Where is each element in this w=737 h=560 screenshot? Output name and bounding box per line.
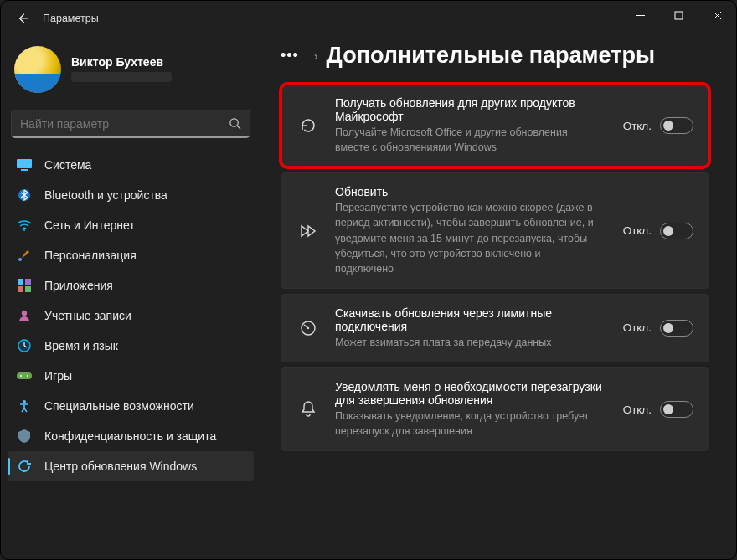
sidebar-item-privacy[interactable]: Конфиденциальность и защита [8,421,254,451]
sidebar-item-label: Учетные записи [44,309,131,322]
chevron-right-icon: › [314,49,318,63]
card-title: Обновить [335,185,608,198]
card-title: Получать обновления для других продуктов… [335,96,608,123]
svg-point-11 [22,311,27,316]
breadcrumb: ••• › Дополнительные параметры [281,43,709,69]
svg-rect-0 [675,12,683,19]
arrow-left-icon [17,13,28,24]
minimize-button[interactable] [621,1,659,29]
sidebar-item-label: Время и язык [44,339,118,352]
sidebar-item-label: Приложения [44,279,113,292]
sidebar-item-label: Игры [44,369,72,383]
toggle-switch[interactable] [660,223,693,239]
sidebar-item-personalization[interactable]: Персонализация [8,240,254,270]
card-desc: Получайте Microsoft Office и другие обно… [335,125,595,155]
svg-point-6 [18,258,22,261]
svg-rect-7 [18,279,23,285]
sidebar-item-label: Центр обновления Windows [44,460,197,473]
window-title: Параметры [43,13,99,24]
svg-rect-10 [25,286,31,292]
brush-icon [16,247,33,264]
sidebar-item-label: Система [44,158,91,172]
setting-card-restart-asap[interactable]: Обновить Перезапустите устройство как мо… [281,172,709,289]
setting-card-restart-notify[interactable]: Уведомлять меня о необходимости перезагр… [281,367,709,451]
card-desc: Показывать уведомление, когда устройство… [335,408,595,439]
sidebar-item-windows-update[interactable]: Центр обновления Windows [8,451,254,481]
svg-point-16 [23,400,26,403]
maximize-button[interactable] [659,1,698,29]
card-desc: Перезапустите устройство как можно скоре… [335,200,595,276]
svg-point-1 [230,119,238,126]
svg-rect-13 [17,372,32,379]
shield-icon [16,428,33,444]
minimize-icon [636,11,645,20]
search-box[interactable] [11,110,250,138]
back-button[interactable] [9,5,36,32]
toggle-state: Откл. [623,403,652,416]
toggle-switch[interactable] [660,401,693,418]
svg-point-15 [27,375,28,377]
sidebar-item-gaming[interactable]: Игры [8,361,254,391]
maximize-icon [674,11,683,20]
card-title: Скачивать обновления через лимитные подк… [335,306,608,333]
search-input[interactable] [20,117,229,131]
sidebar-item-label: Специальные возможности [44,399,194,413]
page-title: Дополнительные параметры [327,43,655,69]
toggle-switch[interactable] [660,117,693,134]
close-icon [713,11,722,20]
profile-block[interactable]: Виктор Бухтеев [8,39,254,106]
svg-rect-9 [18,286,23,292]
card-title: Уведомлять меня о необходимости перезагр… [335,380,608,407]
card-desc: Может взиматься плата за передачу данных [335,335,595,350]
update-icon [16,458,33,475]
sidebar-item-time-language[interactable]: Время и язык [8,331,254,361]
wifi-icon [16,217,33,234]
avatar [14,46,61,93]
sidebar-item-bluetooth[interactable]: Bluetooth и устройства [8,180,254,210]
sidebar-item-accessibility[interactable]: Специальные возможности [8,391,254,421]
gamepad-icon [16,367,33,384]
bell-icon [296,400,320,419]
gauge-icon [296,319,320,337]
profile-email-redacted [71,72,172,82]
globe-clock-icon [16,337,33,354]
sidebar-item-label: Сеть и Интернет [44,218,135,232]
sidebar-item-label: Конфиденциальность и защита [44,429,216,443]
setting-card-metered[interactable]: Скачивать обновления через лимитные подк… [281,294,709,362]
fast-forward-icon [296,222,320,240]
close-button[interactable] [698,1,736,29]
sidebar-item-network[interactable]: Сеть и Интернет [8,210,254,240]
toggle-state: Откл. [623,224,652,237]
monitor-icon [16,157,33,173]
bluetooth-icon [16,187,33,203]
accessibility-icon [16,398,33,414]
history-icon [296,116,320,135]
profile-name: Виктор Бухтеев [71,55,172,69]
svg-point-14 [20,375,22,377]
sidebar-item-label: Персонализация [44,249,137,262]
sidebar-item-accounts[interactable]: Учетные записи [8,301,254,331]
toggle-switch[interactable] [660,320,693,337]
svg-point-18 [307,327,309,329]
svg-rect-8 [25,279,31,285]
apps-icon [16,277,33,294]
svg-rect-2 [17,159,32,168]
sidebar: Виктор Бухтеев Система Bluetooth и устро… [1,36,260,559]
window-controls [621,1,736,29]
search-icon [229,117,241,130]
svg-point-5 [23,229,25,231]
svg-rect-3 [21,169,28,171]
setting-card-other-products[interactable]: Получать обновления для других продуктов… [281,84,709,167]
sidebar-item-system[interactable]: Система [8,150,254,180]
sidebar-item-apps[interactable]: Приложения [8,270,254,301]
content-area: ••• › Дополнительные параметры Получать … [260,36,736,559]
toggle-state: Откл. [623,321,652,334]
nav-list: Система Bluetooth и устройства Сеть и Ин… [8,150,254,481]
person-icon [16,307,33,324]
titlebar: Параметры [1,1,736,36]
breadcrumb-ellipsis[interactable]: ••• [281,47,299,64]
sidebar-item-label: Bluetooth и устройства [44,188,168,202]
toggle-state: Откл. [623,120,652,132]
